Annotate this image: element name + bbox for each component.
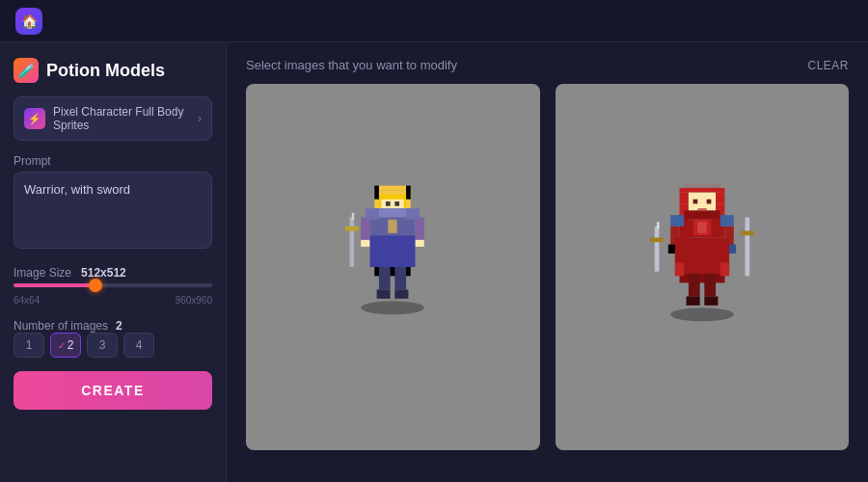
slider-thumb[interactable] [89,279,102,292]
svg-rect-25 [406,208,420,220]
prompt-input[interactable]: Warrior, with sword [14,172,212,249]
svg-rect-53 [679,274,724,282]
num-images-row: Number of images 2 [14,319,212,333]
prompt-field: Prompt Warrior, with sword [14,154,212,253]
num-btn-2[interactable]: ✓2 [50,333,81,358]
svg-rect-48 [650,238,664,243]
potion-icon: 🧪 [14,58,39,83]
svg-rect-36 [697,208,706,210]
svg-rect-7 [375,208,412,217]
svg-rect-12 [361,240,369,247]
image-size-row: Image Size 512x512 [14,266,212,280]
sidebar: 🧪 Potion Models ⚡ Pixel Character Full B… [0,42,227,482]
svg-rect-58 [686,296,699,305]
svg-rect-35 [706,200,711,204]
svg-rect-5 [386,201,391,206]
svg-rect-40 [697,222,706,233]
topbar: 🏠 [0,0,868,42]
svg-rect-50 [745,217,749,276]
svg-rect-16 [352,213,354,220]
svg-rect-55 [720,262,729,276]
svg-rect-59 [704,296,718,305]
pixel-character-2 [556,84,850,450]
num-btn-1[interactable]: 1 [14,333,44,358]
content-header-text: Select images that you want to modify [246,58,457,72]
svg-rect-11 [416,217,424,239]
svg-rect-20 [395,267,407,289]
svg-rect-15 [345,227,359,231]
svg-rect-26 [375,186,380,200]
slider-range: 64x64 960x960 [14,295,212,306]
pixel-character-1 [246,84,540,450]
svg-rect-0 [379,186,406,191]
image-size-label: Image Size [14,266,71,280]
svg-rect-56 [689,274,700,296]
prompt-label: Prompt [14,154,212,168]
svg-rect-37 [684,210,720,219]
svg-rect-47 [655,227,660,272]
slider-max: 960x960 [176,295,212,306]
clear-button[interactable]: CLEAR [807,59,849,72]
image-size-slider[interactable] [14,280,212,291]
num-image-buttons: 1 ✓2 3 4 [14,333,212,358]
slider-track [14,283,212,287]
svg-rect-27 [406,186,411,200]
image-size-section: Image Size 512x512 64x64 960x960 [14,266,212,306]
model-arrow-icon: › [198,112,202,125]
svg-rect-41 [670,215,684,227]
main-layout: 🧪 Potion Models ⚡ Pixel Character Full B… [0,42,868,482]
create-button[interactable]: CREATE [14,371,212,410]
svg-rect-42 [720,215,734,227]
svg-rect-34 [692,200,697,204]
model-icon: ⚡ [24,108,45,129]
sidebar-title-text: Potion Models [46,61,165,81]
content-header: Select images that you want to modify CL… [246,58,849,72]
model-label: Pixel Character Full Body Sprites [53,105,190,132]
model-selector[interactable]: ⚡ Pixel Character Full Body Sprites › [14,96,212,141]
content-area: Select images that you want to modify CL… [227,42,868,482]
svg-rect-33 [689,193,716,211]
num-btn-3[interactable]: 3 [87,333,118,358]
svg-rect-24 [366,208,379,220]
num-btn-4[interactable]: 4 [123,333,154,358]
svg-point-60 [670,308,734,321]
num-images-label: Number of images [14,319,108,333]
svg-rect-1 [375,190,412,195]
svg-rect-19 [379,267,391,289]
svg-rect-10 [361,217,369,239]
image-size-value: 512x512 [81,266,126,280]
images-grid [246,84,849,467]
svg-rect-51 [741,231,754,236]
svg-rect-14 [350,217,355,267]
app-logo[interactable]: 🏠 [15,8,42,35]
image-card-1[interactable] [246,84,540,450]
num-images-value: 2 [116,319,122,333]
svg-rect-13 [416,240,424,247]
num-images-section: Number of images 2 1 ✓2 3 4 [14,319,212,358]
svg-rect-49 [657,222,659,228]
svg-rect-54 [675,262,684,276]
svg-point-23 [361,301,424,314]
svg-rect-29 [679,188,724,193]
svg-rect-17 [370,235,416,267]
logo-icon: 🏠 [21,13,38,29]
slider-min: 64x64 [14,295,40,306]
svg-rect-28 [684,183,720,188]
svg-rect-21 [377,289,391,298]
svg-rect-6 [395,201,400,206]
svg-rect-4 [382,200,404,208]
svg-rect-57 [704,274,716,296]
sidebar-title: 🧪 Potion Models [14,58,212,83]
svg-rect-22 [395,289,409,298]
image-card-2[interactable] [556,84,850,450]
svg-rect-9 [389,220,397,233]
